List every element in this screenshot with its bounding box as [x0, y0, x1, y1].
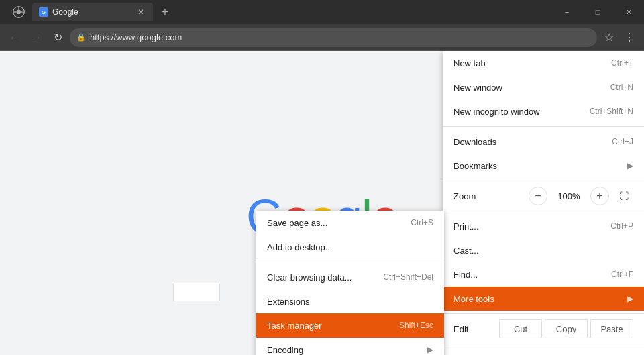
reload-button[interactable]: ↻ — [48, 28, 67, 47]
chrome-menu-button[interactable]: ⋮ — [620, 28, 639, 47]
menu-divider-4 — [443, 313, 644, 314]
menu-item-cast[interactable]: Cast... — [443, 238, 644, 262]
menu-divider-5 — [443, 344, 644, 344]
submenu-divider-1 — [256, 262, 444, 262]
maximize-button[interactable]: □ — [582, 0, 613, 24]
paste-button[interactable]: Paste — [590, 319, 633, 338]
menu-item-incognito[interactable]: New incognito window Ctrl+Shift+N — [443, 99, 644, 123]
menu-divider-1 — [443, 126, 644, 127]
menu-item-print[interactable]: Print... Ctrl+P — [443, 214, 644, 238]
submenu-clear-browsing[interactable]: Clear browsing data... Ctrl+Shift+Del — [256, 265, 444, 289]
encoding-arrow: ▶ — [427, 345, 433, 354]
bookmark-button[interactable]: ☆ — [600, 28, 619, 47]
menu-item-settings[interactable]: Settings — [443, 347, 644, 355]
zoom-value: 100% — [553, 191, 585, 201]
zoom-in-button[interactable]: + — [590, 187, 609, 205]
zoom-out-button[interactable]: − — [529, 187, 547, 205]
active-tab[interactable]: G Google ✕ — [32, 3, 153, 21]
window-controls: − □ ✕ — [551, 0, 644, 24]
submenu-task-manager[interactable]: Task manager Shift+Esc — [256, 313, 444, 338]
fullscreen-button[interactable]: ⛶ — [614, 187, 633, 205]
more-tools-submenu[interactable]: Save page as... Ctrl+S Add to desktop...… — [256, 211, 444, 355]
lock-icon: 🔒 — [76, 33, 86, 42]
tab-favicon: G — [39, 7, 48, 17]
chrome-menu[interactable]: New tab Ctrl+T New window Ctrl+N New inc… — [443, 51, 644, 355]
back-button[interactable]: ← — [5, 28, 24, 47]
forward-button[interactable]: → — [27, 28, 46, 47]
submenu-encoding[interactable]: Encoding ▶ — [256, 338, 444, 355]
address-text: https://www.google.com — [90, 32, 590, 42]
menu-divider-2 — [443, 181, 644, 181]
search-bar-partial — [173, 283, 220, 301]
menu-item-bookmarks[interactable]: Bookmarks ▶ — [443, 154, 644, 178]
tab-title: Google — [52, 7, 131, 17]
cut-button[interactable]: Cut — [499, 319, 542, 338]
menu-item-find[interactable]: Find... Ctrl+F — [443, 262, 644, 287]
toolbar-right: ☆ ⋮ — [600, 28, 639, 47]
address-bar[interactable]: 🔒 https://www.google.com — [70, 28, 597, 47]
edit-row: Edit Cut Copy Paste — [443, 317, 644, 341]
bookmarks-arrow: ▶ — [627, 161, 633, 170]
menu-item-downloads[interactable]: Downloads Ctrl+J — [443, 130, 644, 154]
menu-item-new-window[interactable]: New window Ctrl+N — [443, 75, 644, 99]
minimize-button[interactable]: − — [551, 0, 582, 24]
submenu-add-desktop[interactable]: Add to desktop... — [256, 235, 444, 259]
new-tab-button[interactable]: + — [156, 3, 174, 21]
copy-button[interactable]: Copy — [545, 319, 588, 338]
chrome-icon — [12, 5, 25, 19]
close-button[interactable]: ✕ — [613, 0, 644, 24]
submenu-extensions[interactable]: Extensions — [256, 289, 444, 313]
submenu-save-page[interactable]: Save page as... Ctrl+S — [256, 211, 444, 235]
menu-item-new-tab[interactable]: New tab Ctrl+T — [443, 51, 644, 75]
svg-point-1 — [17, 10, 21, 15]
menu-item-more-tools[interactable]: More tools ▶ — [443, 287, 644, 311]
menu-divider-3 — [443, 211, 644, 211]
tab-close-button[interactable]: ✕ — [136, 7, 146, 17]
toolbar: ← → ↻ 🔒 https://www.google.com ☆ ⋮ — [0, 24, 644, 51]
more-tools-arrow: ▶ — [627, 294, 633, 303]
zoom-control: Zoom − 100% + ⛶ — [443, 184, 644, 208]
title-bar: G Google ✕ + − □ ✕ — [0, 0, 644, 24]
